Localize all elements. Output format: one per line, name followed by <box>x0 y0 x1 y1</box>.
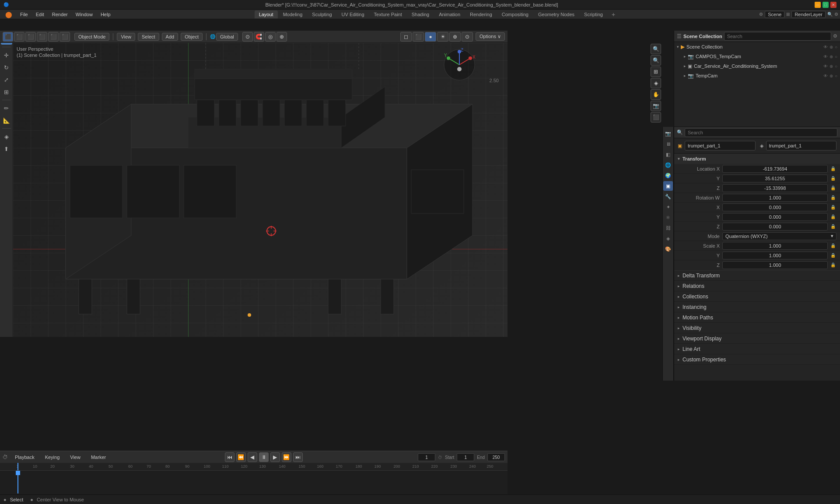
cursor-vis-icon-2[interactable]: ⊕ <box>830 54 833 59</box>
jump-end-btn[interactable]: ⏭ <box>293 452 303 462</box>
timeline-view-btn[interactable]: View <box>66 454 84 461</box>
viewport-canvas[interactable]: User Perspective (1) Scene Collection | … <box>13 43 508 337</box>
rotation-y-lock[interactable]: 🔒 <box>830 214 836 219</box>
tab-rendering[interactable]: Rendering <box>466 10 497 18</box>
snap-icon[interactable]: 🧲 <box>254 32 264 42</box>
rotation-z-value[interactable]: 0.000 <box>722 223 828 231</box>
move-tool-btn[interactable]: ✛ <box>1 49 12 61</box>
close-btn[interactable]: ✕ <box>830 2 836 8</box>
menu-blender[interactable]: ⬤ <box>2 10 16 19</box>
mode-icon-4[interactable]: ⬛ <box>37 32 47 42</box>
proportional-icon[interactable]: ◎ <box>265 32 276 42</box>
view-menu-btn[interactable]: View <box>117 33 135 41</box>
viewport-shade-mat[interactable]: ● <box>425 32 436 42</box>
tab-shading[interactable]: Shading <box>407 10 434 18</box>
step-fwd-btn[interactable]: ⏩ <box>282 452 291 462</box>
rotation-w-lock[interactable]: 🔒 <box>830 195 836 200</box>
rotation-w-value[interactable]: 1.000 <box>722 194 828 202</box>
vp-cube-btn[interactable]: ⬛ <box>651 112 661 122</box>
viewport-gizmo-icon[interactable]: ⊙ <box>462 32 473 42</box>
scale-tool-btn[interactable]: ⤢ <box>1 74 12 85</box>
custom-properties-section[interactable]: ▸ Custom Properties <box>674 354 840 365</box>
vp-zoom-in-btn[interactable]: 🔍 <box>651 44 661 54</box>
timeline-scrub-area[interactable] <box>0 471 508 494</box>
location-z-lock[interactable]: 🔒 <box>830 186 836 190</box>
viewport-overlay-icon[interactable]: ⊕ <box>449 32 461 42</box>
scale-y-value[interactable]: 1.000 <box>722 252 828 259</box>
view-layer-props-btn[interactable]: ◧ <box>663 150 673 159</box>
mode-icon-1[interactable]: ⬛ <box>3 32 13 42</box>
menu-help[interactable]: Help <box>97 11 114 18</box>
rotation-z-lock[interactable]: 🔒 <box>830 224 836 229</box>
tab-animation[interactable]: Animation <box>434 10 465 18</box>
eye-icon-4[interactable]: 👁 <box>823 74 828 78</box>
cursor-vis-icon-4[interactable]: ⊕ <box>830 74 833 78</box>
current-frame-field[interactable]: 1 <box>418 453 435 461</box>
mode-icon-3[interactable]: ⬛ <box>25 32 36 42</box>
rotation-x-lock[interactable]: 🔒 <box>830 205 836 210</box>
viewport-shade-solid[interactable]: ⬛ <box>413 32 424 42</box>
relations-section[interactable]: ▸ Relations <box>674 281 840 291</box>
scene-props-btn[interactable]: 🌐 <box>663 160 673 170</box>
marker-btn[interactable]: Marker <box>88 454 109 461</box>
tab-modeling[interactable]: Modeling <box>279 10 307 18</box>
global-btn[interactable]: Global <box>216 33 238 41</box>
tab-texture-paint[interactable]: Texture Paint <box>370 10 406 18</box>
eye-icon-3[interactable]: 👁 <box>823 64 828 69</box>
play-back-btn[interactable]: ◀ <box>248 452 257 462</box>
viewport[interactable]: User Perspective (1) Scene Collection | … <box>13 43 508 337</box>
outliner-item-campos[interactable]: ▸ 📷 CAMPOS_TempCam 👁 ⊕ ○ <box>674 52 840 61</box>
select-menu-btn[interactable]: Select <box>138 33 159 41</box>
material-props-btn[interactable]: 🎨 <box>663 244 673 254</box>
instancing-section[interactable]: ▸ Instancing <box>674 302 840 312</box>
add-menu-btn[interactable]: Add <box>162 33 178 41</box>
vp-local-view-btn[interactable]: ◈ <box>651 78 661 88</box>
physics-props-btn[interactable]: ⚛ <box>663 213 673 222</box>
world-props-btn[interactable]: 🌍 <box>663 171 673 180</box>
modifier-props-btn[interactable]: 🔧 <box>663 192 673 201</box>
options-btn[interactable]: Options ∨ <box>476 32 505 41</box>
step-back-btn[interactable]: ⏪ <box>236 452 246 462</box>
rotation-x-value[interactable]: 0.000 <box>722 203 828 211</box>
transform-tool-btn[interactable]: ⊞ <box>1 86 12 98</box>
hide-icon[interactable]: ○ <box>835 45 837 49</box>
outliner-item-tempcam[interactable]: ▸ 📷 TempCam 👁 ⊕ ○ <box>674 71 840 80</box>
tab-layout[interactable]: Layout <box>255 10 278 18</box>
annotate-tool-btn[interactable]: ✏ <box>1 102 12 114</box>
hide-icon-2[interactable]: ○ <box>835 54 837 59</box>
vp-zoom-out-btn[interactable]: 🔍 <box>651 55 661 66</box>
menu-render[interactable]: Render <box>49 11 71 18</box>
line-art-section[interactable]: ▸ Line Art <box>674 344 840 354</box>
object-name-field[interactable] <box>685 141 756 150</box>
viewport-shade-render[interactable]: ☀ <box>437 32 448 42</box>
delta-transform-section[interactable]: ▸ Delta Transform <box>674 270 840 281</box>
jump-start-btn[interactable]: ⏮ <box>225 452 234 462</box>
viewport-display-section[interactable]: ▸ Viewport Display <box>674 333 840 344</box>
constraints-props-btn[interactable]: ⛓ <box>663 223 673 233</box>
output-props-btn[interactable]: 🖥 <box>663 139 673 149</box>
motion-paths-section[interactable]: ▸ Motion Paths <box>674 312 840 323</box>
outliner-item-collection[interactable]: ▾ ▶ Scene Collection 👁 ⊕ ○ <box>674 42 840 52</box>
eye-icon[interactable]: 👁 <box>823 45 828 49</box>
tab-geometry-nodes[interactable]: Geometry Nodes <box>534 10 579 18</box>
object-mode-btn[interactable]: Object Mode <box>74 33 109 41</box>
tab-uv-editing[interactable]: UV Editing <box>337 10 369 18</box>
add-workspace-btn[interactable]: + <box>608 10 619 19</box>
location-x-value[interactable]: -619.73694 <box>722 165 828 173</box>
location-x-lock[interactable]: 🔒 <box>830 166 836 171</box>
outliner-item-car[interactable]: ▸ ▣ Car_Service_Air_Conditioning_System … <box>674 61 840 71</box>
mode-icon-6[interactable]: ⬛ <box>60 32 70 42</box>
object-props-btn[interactable]: ▣ <box>663 181 673 191</box>
rotation-y-value[interactable]: 0.000 <box>722 213 828 221</box>
maximize-btn[interactable]: □ <box>822 2 829 8</box>
pause-btn[interactable]: ⏸ <box>259 452 269 462</box>
scale-z-value[interactable]: 1.000 <box>722 261 828 269</box>
menu-edit[interactable]: Edit <box>32 11 48 18</box>
vp-hand-btn[interactable]: ✋ <box>651 89 661 100</box>
start-frame-field[interactable]: 1 <box>457 453 474 461</box>
mode-icon-2[interactable]: ⬛ <box>14 32 24 42</box>
end-frame-field[interactable]: 250 <box>487 453 505 461</box>
location-z-value[interactable]: -15.33998 <box>722 184 828 192</box>
scale-y-lock[interactable]: 🔒 <box>830 253 836 258</box>
rotation-mode-dropdown[interactable]: Quaternion (WXYZ) ▾ <box>722 232 836 240</box>
